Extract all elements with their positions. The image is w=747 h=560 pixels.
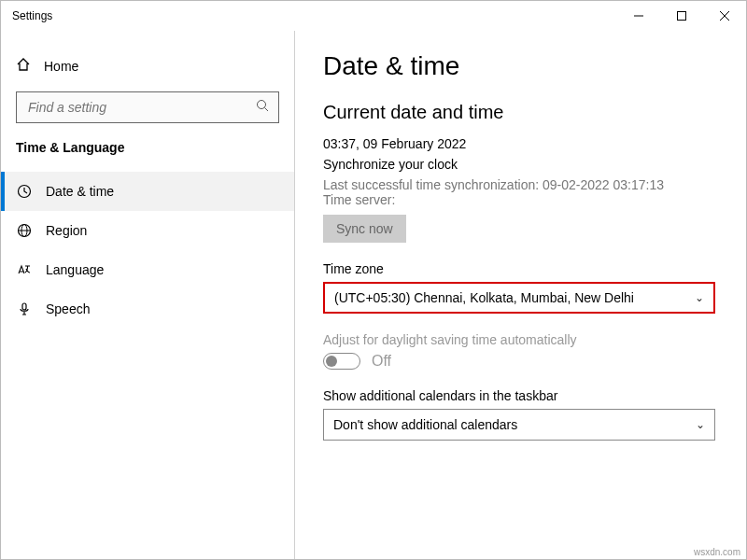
clock-icon xyxy=(16,183,33,200)
search-box[interactable] xyxy=(16,91,279,123)
dst-state: Off xyxy=(372,353,391,370)
svg-point-4 xyxy=(258,101,266,109)
chevron-down-icon: ⌄ xyxy=(696,418,705,431)
timezone-dropdown[interactable]: (UTC+05:30) Chennai, Kolkata, Mumbai, Ne… xyxy=(323,282,715,314)
sidebar-item-label: Speech xyxy=(46,301,90,316)
section-current-datetime: Current date and time xyxy=(323,102,718,123)
additional-calendars-label: Show additional calendars in the taskbar xyxy=(323,388,718,403)
additional-calendars-dropdown[interactable]: Don't show additional calendars ⌄ xyxy=(323,409,715,441)
language-icon xyxy=(16,261,33,278)
search-input[interactable] xyxy=(26,99,256,116)
close-button[interactable] xyxy=(703,1,746,31)
svg-line-5 xyxy=(265,108,269,112)
sync-title: Synchronize your clock xyxy=(323,157,718,172)
sync-server: Time server: xyxy=(323,192,718,207)
sidebar-item-label: Region xyxy=(46,223,87,238)
maximize-button[interactable] xyxy=(660,1,703,31)
microphone-icon xyxy=(16,301,33,317)
svg-rect-10 xyxy=(22,303,26,310)
sidebar: Home Time & Language Date & time Region … xyxy=(1,31,295,559)
sidebar-item-date-time[interactable]: Date & time xyxy=(1,172,294,211)
sidebar-item-label: Language xyxy=(46,262,104,277)
page-title: Date & time xyxy=(323,51,718,81)
settings-window: Settings Home Time & Language Date & tim… xyxy=(0,0,747,560)
section-title: Time & Language xyxy=(1,140,294,172)
main-content: Date & time Current date and time 03:37,… xyxy=(295,31,746,559)
window-title: Settings xyxy=(12,9,617,22)
sidebar-item-label: Date & time xyxy=(46,184,114,199)
search-icon xyxy=(256,99,269,116)
home-icon xyxy=(16,57,31,75)
watermark: wsxdn.com xyxy=(694,547,740,557)
titlebar: Settings xyxy=(1,1,746,31)
timezone-value: (UTC+05:30) Chennai, Kolkata, Mumbai, Ne… xyxy=(334,290,634,305)
sidebar-item-region[interactable]: Region xyxy=(1,211,294,250)
sidebar-item-speech[interactable]: Speech xyxy=(1,289,294,329)
sidebar-item-language[interactable]: Language xyxy=(1,250,294,289)
current-datetime-value: 03:37, 09 February 2022 xyxy=(323,136,718,151)
sync-now-button[interactable]: Sync now xyxy=(323,215,406,243)
additional-calendars-value: Don't show additional calendars xyxy=(333,417,517,432)
dst-toggle xyxy=(323,353,360,370)
chevron-down-icon: ⌄ xyxy=(695,291,704,304)
home-link[interactable]: Home xyxy=(1,49,294,82)
dst-label: Adjust for daylight saving time automati… xyxy=(323,332,718,347)
timezone-label: Time zone xyxy=(323,261,718,276)
home-label: Home xyxy=(44,59,78,74)
sync-last: Last successful time synchronization: 09… xyxy=(323,177,718,192)
minimize-button[interactable] xyxy=(617,1,660,31)
svg-rect-1 xyxy=(678,12,686,21)
globe-icon xyxy=(16,222,33,239)
